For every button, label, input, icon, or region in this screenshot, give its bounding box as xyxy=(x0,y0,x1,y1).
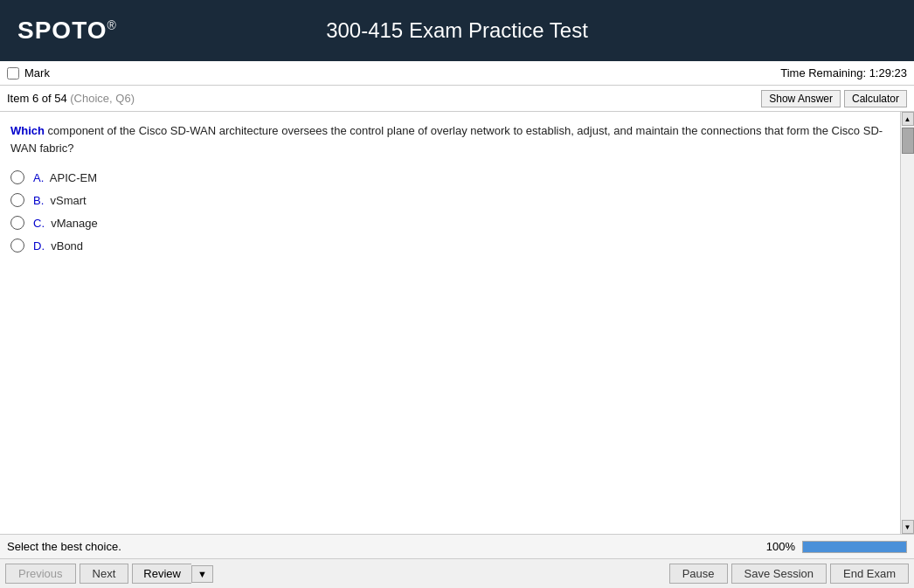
nav-right: Pause Save Session End Exam xyxy=(669,564,909,584)
option-item-c[interactable]: C. vManage xyxy=(10,216,890,230)
item-bar: Item 6 of 54 (Choice, Q6) Show Answer Ca… xyxy=(0,86,914,112)
nav-left: Previous Next Review ▼ xyxy=(5,564,213,584)
exam-title: 300-415 Exam Practice Test xyxy=(326,18,588,43)
scrollbar[interactable]: ▲ ▼ xyxy=(900,112,914,534)
bottom-nav: Previous Next Review ▼ Pause Save Sessio… xyxy=(0,558,914,588)
pause-button[interactable]: Pause xyxy=(669,564,728,584)
question-body: component of the Cisco SD-WAN architectu… xyxy=(10,124,883,155)
status-text: Select the best choice. xyxy=(7,540,121,553)
progress-area: 100% xyxy=(766,540,907,553)
progress-bar-fill xyxy=(803,542,906,552)
review-dropdown-arrow[interactable]: ▼ xyxy=(191,565,213,583)
calculator-button[interactable]: Calculator xyxy=(844,90,907,107)
option-label-d: D. vBond xyxy=(33,239,83,252)
scroll-down-arrow[interactable]: ▼ xyxy=(902,520,914,534)
status-bar: Select the best choice. 100% xyxy=(0,534,914,558)
timer-value: 1:29:23 xyxy=(869,66,907,80)
option-label-a: A. APIC-EM xyxy=(33,171,97,184)
option-item-d[interactable]: D. vBond xyxy=(10,239,890,252)
review-button-group: Review ▼ xyxy=(132,564,213,584)
item-info: Item 6 of 54 (Choice, Q6) xyxy=(7,92,135,105)
end-exam-button[interactable]: End Exam xyxy=(830,564,909,584)
option-item-a[interactable]: A. APIC-EM xyxy=(10,170,890,184)
option-label-c: C. vManage xyxy=(33,217,98,230)
review-button[interactable]: Review xyxy=(132,564,191,584)
option-radio-a[interactable] xyxy=(10,170,24,184)
option-radio-c[interactable] xyxy=(10,216,24,230)
save-session-button[interactable]: Save Session xyxy=(731,564,827,584)
option-label-b: B. vSmart xyxy=(33,194,87,207)
show-answer-button[interactable]: Show Answer xyxy=(761,90,841,107)
mark-bar: Mark Time Remaining: 1:29:23 xyxy=(0,61,914,86)
scroll-thumb[interactable] xyxy=(902,128,914,154)
mark-label: Mark xyxy=(24,66,50,80)
previous-button[interactable]: Previous xyxy=(5,564,76,584)
option-item-b[interactable]: B. vSmart xyxy=(10,193,890,207)
progress-pct: 100% xyxy=(766,540,795,553)
mark-checkbox[interactable] xyxy=(7,67,19,80)
timer: Time Remaining: 1:29:23 xyxy=(780,66,907,80)
mark-left: Mark xyxy=(7,66,50,80)
item-number: Item 6 of 54 xyxy=(7,92,67,105)
question-scroll-wrapper: Which component of the Cisco SD-WAN arch… xyxy=(0,112,914,534)
option-radio-d[interactable] xyxy=(10,239,24,252)
question-content: Which component of the Cisco SD-WAN arch… xyxy=(0,112,900,534)
scroll-up-arrow[interactable]: ▲ xyxy=(902,112,914,126)
options-list: A. APIC-EM B. vSmart C. vManage D. vBond xyxy=(10,170,890,252)
logo: SPOTO® xyxy=(17,17,117,45)
option-radio-b[interactable] xyxy=(10,193,24,207)
choice-label: (Choice, Q6) xyxy=(70,92,135,105)
question-text: Which component of the Cisco SD-WAN arch… xyxy=(10,122,890,156)
progress-bar-bg xyxy=(802,541,907,553)
item-buttons: Show Answer Calculator xyxy=(761,90,907,107)
next-button[interactable]: Next xyxy=(80,564,129,584)
header: SPOTO® 300-415 Exam Practice Test xyxy=(0,0,914,61)
question-highlight: Which xyxy=(10,124,45,137)
